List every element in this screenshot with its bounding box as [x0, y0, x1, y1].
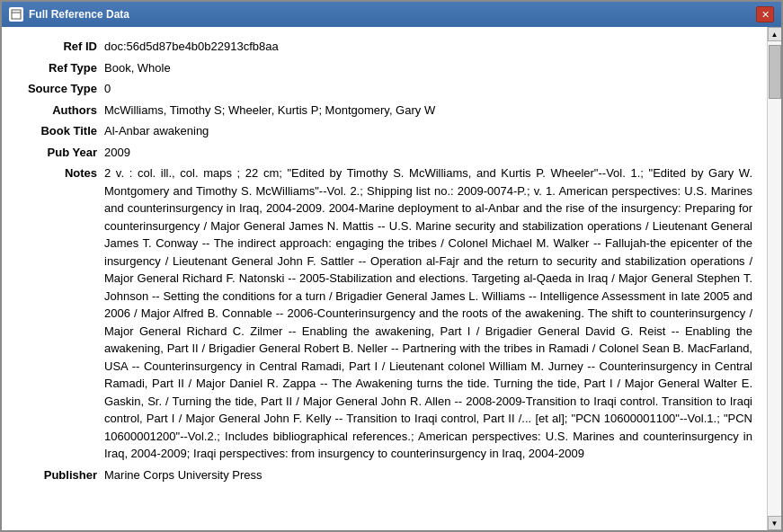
pub-year-value: 2009: [104, 144, 752, 162]
window-icon: [9, 7, 23, 22]
scrollbar[interactable]: ▲ ▼: [767, 27, 781, 530]
close-button[interactable]: ✕: [756, 6, 774, 22]
notes-label: Notes: [16, 164, 97, 463]
publisher-value: Marine Corps University Press: [104, 466, 752, 484]
main-window: Full Reference Data ✕ Ref ID doc:56d5d87…: [0, 0, 783, 532]
ref-type-label: Ref Type: [16, 59, 97, 77]
window-title: Full Reference Data: [29, 8, 129, 21]
ref-id-row: Ref ID doc:56d5d87be4b0b22913cfb8aa: [16, 38, 752, 56]
source-type-label: Source Type: [16, 80, 97, 98]
content-area: Ref ID doc:56d5d87be4b0b22913cfb8aa Ref …: [2, 27, 781, 530]
scrollbar-thumb[interactable]: [769, 45, 781, 99]
title-bar: Full Reference Data ✕: [2, 2, 781, 27]
ref-type-value: Book, Whole: [104, 59, 752, 77]
authors-label: Authors: [16, 102, 97, 120]
ref-id-value: doc:56d5d87be4b0b22913cfb8aa: [104, 38, 752, 56]
notes-row: Notes 2 v. : col. ill., col. maps ; 22 c…: [16, 164, 752, 463]
authors-value: McWilliams, Timothy S; Wheeler, Kurtis P…: [104, 102, 752, 120]
publisher-label: Publisher: [16, 466, 97, 484]
authors-row: Authors McWilliams, Timothy S; Wheeler, …: [16, 102, 752, 120]
book-title-label: Book Title: [16, 122, 97, 140]
publisher-row: Publisher Marine Corps University Press: [16, 466, 752, 484]
book-title-row: Book Title Al-Anbar awakening: [16, 122, 752, 140]
pub-year-label: Pub Year: [16, 144, 97, 162]
main-content: Ref ID doc:56d5d87be4b0b22913cfb8aa Ref …: [2, 27, 767, 530]
source-type-value: 0: [104, 80, 752, 98]
book-title-value: Al-Anbar awakening: [104, 122, 752, 140]
scrollbar-down-button[interactable]: ▼: [768, 516, 782, 530]
scrollbar-up-button[interactable]: ▲: [768, 27, 782, 41]
source-type-row: Source Type 0: [16, 80, 752, 98]
ref-type-row: Ref Type Book, Whole: [16, 59, 752, 77]
ref-id-label: Ref ID: [16, 38, 97, 56]
pub-year-row: Pub Year 2009: [16, 144, 752, 162]
notes-value: 2 v. : col. ill., col. maps ; 22 cm; "Ed…: [104, 164, 752, 463]
svg-rect-0: [12, 10, 21, 19]
title-bar-left: Full Reference Data: [9, 7, 129, 22]
scrollbar-track[interactable]: [768, 41, 781, 516]
